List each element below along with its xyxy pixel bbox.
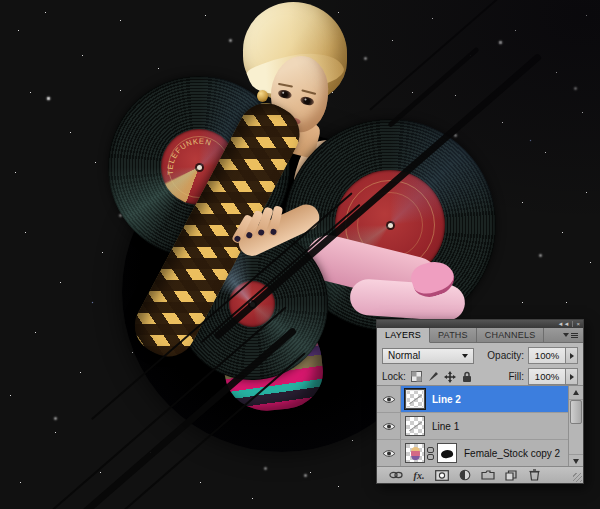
lock-pixels-brush-icon[interactable] [427, 370, 440, 383]
fill-label: Fill: [508, 371, 524, 382]
lock-position-move-icon[interactable] [444, 370, 457, 383]
eye-icon [382, 449, 396, 458]
new-layer-icon[interactable] [504, 469, 518, 481]
close-panel-icon[interactable]: × [576, 321, 580, 327]
opacity-value-field[interactable]: 100% [528, 347, 566, 364]
opacity-slider-arrow[interactable] [566, 347, 578, 364]
layer-thumbnail[interactable] [405, 389, 425, 409]
fill-slider-arrow[interactable] [566, 368, 578, 385]
new-adjustment-layer-icon[interactable] [458, 469, 472, 481]
figure-brow-right [301, 89, 316, 95]
figure-earring [257, 90, 268, 102]
panel-resize-grip[interactable] [573, 473, 582, 482]
new-group-folder-icon[interactable] [481, 469, 495, 481]
titlebar-divider [572, 321, 573, 327]
layer-styles-fx-icon[interactable]: fx. [412, 469, 426, 481]
link-layers-icon[interactable] [389, 469, 403, 481]
tab-paths[interactable]: PATHS [430, 328, 477, 342]
scroll-up-button[interactable] [569, 386, 583, 400]
blend-mode-select[interactable]: Normal [382, 348, 474, 364]
delete-layer-trash-icon[interactable] [527, 469, 541, 481]
panel-footer: fx. [377, 466, 583, 483]
layer-thumbnail[interactable] [405, 443, 425, 463]
chevron-down-icon [462, 354, 468, 358]
tab-channels[interactable]: CHANNELS [477, 328, 545, 342]
panel-tab-strip: LAYERS PATHS CHANNELS [377, 328, 583, 343]
opacity-label: Opacity: [487, 350, 524, 361]
layer-name[interactable]: Line 1 [432, 421, 459, 432]
layer-row-line-1[interactable]: Line 1 [377, 413, 583, 440]
layer-row-female-stock[interactable]: Female_Stock copy 2 [377, 440, 583, 467]
eye-icon [382, 422, 396, 431]
visibility-eye-toggle[interactable] [377, 386, 401, 412]
layer-name[interactable]: Female_Stock copy 2 [464, 448, 560, 459]
layers-scrollbar[interactable] [568, 386, 583, 468]
lock-all-padlock-icon[interactable] [461, 370, 474, 383]
layers-panel: ◄◄ × LAYERS PATHS CHANNELS Normal Opacit… [376, 319, 584, 484]
layer-name[interactable]: Line 2 [432, 394, 461, 405]
tab-layers[interactable]: LAYERS [377, 328, 430, 343]
diagonal-line [369, 0, 502, 111]
photoshop-canvas: TELEFUNKEN PLAY [0, 0, 600, 509]
lock-label: Lock: [382, 371, 406, 382]
figure-eye-right [299, 95, 315, 106]
figure-brow-left [278, 83, 293, 88]
panel-titlebar[interactable]: ◄◄ × [377, 320, 583, 328]
collapse-panel-icon[interactable]: ◄◄ [558, 321, 570, 327]
fill-value-field[interactable]: 100% [528, 368, 566, 385]
layer-thumbnail[interactable] [405, 416, 425, 436]
panel-menu-icon[interactable] [558, 328, 583, 342]
layer-mask-thumbnail[interactable] [437, 443, 457, 463]
visibility-eye-toggle[interactable] [377, 440, 401, 466]
lock-transparency-icon[interactable] [410, 370, 423, 383]
menu-lines-icon [571, 333, 578, 338]
layer-row-line-2[interactable]: Line 2 [377, 386, 583, 413]
visibility-eye-toggle[interactable] [377, 413, 401, 439]
panel-controls: Normal Opacity: 100% Lock: [377, 343, 583, 385]
figure-eye-left [277, 89, 293, 100]
add-layer-mask-icon[interactable] [435, 469, 449, 481]
bright-stars [0, 0, 1, 1]
svg-text:TELEFUNKEN: TELEFUNKEN [166, 137, 213, 176]
layers-list: Line 2 Line 1 [377, 385, 583, 468]
mask-link-icon [427, 447, 434, 460]
menu-triangle-icon [563, 333, 569, 337]
eye-icon [382, 395, 396, 404]
scrollbar-thumb[interactable] [570, 400, 582, 424]
